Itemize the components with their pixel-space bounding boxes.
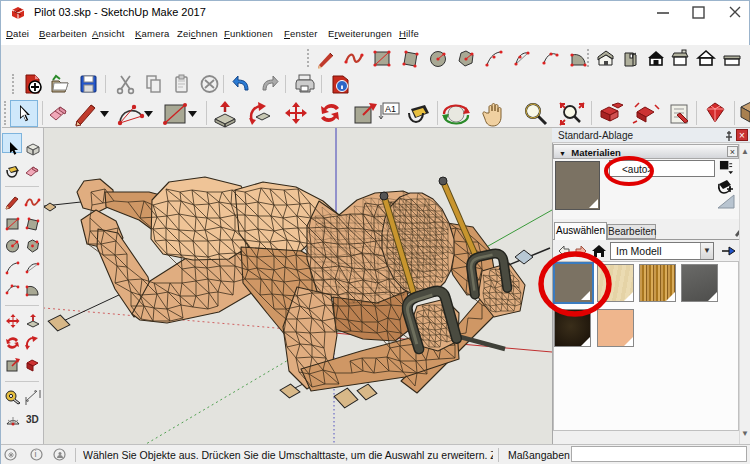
svg-text:A1: A1	[385, 104, 396, 114]
svg-text:3D: 3D	[26, 414, 39, 425]
